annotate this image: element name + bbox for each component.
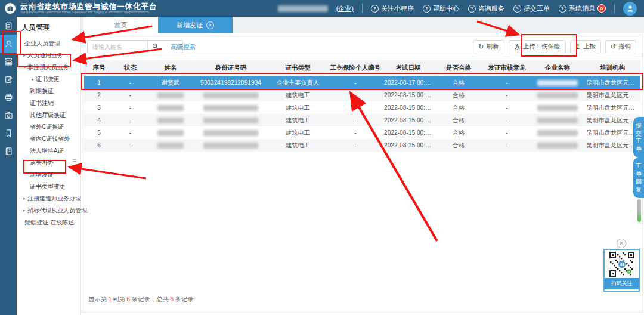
table-cell bbox=[147, 139, 194, 152]
redacted-value bbox=[157, 118, 184, 123]
sidebar-item[interactable]: 其他厅级换证 bbox=[17, 109, 80, 121]
table-cell bbox=[147, 101, 194, 114]
table-cell: 建筑电工 bbox=[267, 89, 329, 101]
sidebar-item[interactable]: 疑似挂证-在线陈述 bbox=[17, 217, 80, 228]
table-cell: - bbox=[483, 76, 531, 89]
icon-rail bbox=[0, 17, 17, 315]
table-cell: 昆明市盘龙区元齐职业... bbox=[584, 139, 640, 152]
sidebar-item[interactable]: ▸人员通用业务 bbox=[17, 50, 80, 61]
table-row[interactable]: 1-谢贤武530324198212091934企业主要负责人-2022-08-1… bbox=[84, 76, 640, 89]
sidebar-item[interactable]: ▸证书变更 bbox=[17, 73, 80, 85]
rail-item-camera[interactable] bbox=[0, 106, 17, 124]
table-row[interactable]: 5-建筑电工-2022-08-15 00:00:00合格-昆明市盘龙区元齐职业.… bbox=[84, 126, 640, 139]
table-cell bbox=[531, 114, 584, 126]
撤销-button[interactable]: ↺撤销 bbox=[605, 40, 636, 53]
pagination-total: 6 bbox=[170, 295, 174, 302]
table-cell bbox=[194, 114, 267, 126]
table-cell: 昆明市盘龙区元齐职业... bbox=[584, 89, 640, 101]
tab-label: 首页 bbox=[114, 21, 128, 30]
search-icon bbox=[152, 43, 159, 50]
table-cell: - bbox=[114, 76, 147, 89]
question-circle-icon: ? bbox=[423, 5, 431, 13]
header-menu-label: 提交工单 bbox=[524, 4, 550, 13]
rail-item-user[interactable] bbox=[0, 35, 17, 52]
refresh-icon: ↻ bbox=[478, 44, 484, 50]
table-cell: 5 bbox=[84, 126, 114, 139]
sidebar-item[interactable]: 证书类型变更 bbox=[17, 181, 80, 193]
sidebar-item[interactable]: 法人增持A证 bbox=[17, 145, 80, 157]
sidebar-item[interactable]: 省内C证转省外 bbox=[17, 133, 80, 145]
table-cell: - bbox=[483, 126, 531, 139]
上报-button[interactable]: ↥上报 bbox=[570, 40, 601, 53]
header-menu-item[interactable]: ?咨询服务 bbox=[468, 4, 504, 13]
table-cell: - bbox=[483, 114, 531, 126]
qr-close-icon[interactable]: ✕ bbox=[617, 239, 626, 248]
上传工伤保险-button[interactable]: 上传工伤保险 bbox=[509, 40, 566, 53]
org-type-link[interactable]: (企业) bbox=[336, 4, 354, 13]
qr-widget[interactable]: 扫码关注 bbox=[603, 249, 640, 292]
side-tab-char: 单 bbox=[636, 145, 642, 153]
rail-item-form[interactable] bbox=[0, 70, 17, 88]
side-tab-ticket-reply[interactable]: 工单回复 bbox=[633, 158, 644, 198]
sidebar-item[interactable]: 遗失补办 bbox=[17, 157, 80, 169]
rail-item-printer[interactable] bbox=[0, 88, 17, 106]
table-cell bbox=[147, 89, 194, 101]
table-cell: - bbox=[329, 101, 382, 114]
table-row[interactable]: 4-建筑电工-2022-08-15 00:00:00合格-昆明市盘龙区元齐职业.… bbox=[84, 114, 640, 126]
side-tab-submit-ticket[interactable]: 提交工单 bbox=[633, 117, 644, 158]
column-header: 是否合格 bbox=[434, 60, 483, 76]
sidebar-item[interactable]: 证书注销 bbox=[17, 97, 80, 109]
button-label: 上传工伤保险 bbox=[523, 42, 561, 51]
pagination-summary: 显示第1到第6条记录，总共6条记录 bbox=[88, 295, 194, 304]
table-row[interactable]: 6-建筑电工-2022-08-15 00:00:00合格-昆明市盘龙区元齐职业.… bbox=[84, 139, 640, 152]
advanced-search-link[interactable]: 高级搜索 bbox=[171, 43, 196, 51]
table-row[interactable]: 2-建筑电工-2022-08-15 00:00:00合格-昆明市盘龙区元齐职业.… bbox=[84, 89, 640, 101]
side-tab-char: 工 bbox=[636, 137, 642, 145]
table-cell: - bbox=[329, 89, 382, 101]
sidebar-item[interactable]: ▾非注册人员业务 bbox=[17, 61, 80, 73]
header-menu-label: 咨询服务 bbox=[478, 4, 504, 13]
table-body: 1-谢贤武530324198212091934企业主要负责人-2022-08-1… bbox=[84, 76, 640, 152]
search-input[interactable] bbox=[87, 40, 183, 53]
user-avatar[interactable] bbox=[623, 2, 637, 16]
header-menu-item[interactable]: ?系统消息0 bbox=[559, 4, 606, 13]
tab-首页[interactable]: 首页 bbox=[83, 17, 158, 33]
sidebar-item[interactable]: 到期换证 bbox=[17, 85, 80, 97]
search-button[interactable] bbox=[147, 41, 162, 51]
sidebar-collapse-handle[interactable]: ☰ bbox=[72, 159, 77, 165]
sidebar-item-label: 法人增持A证 bbox=[30, 147, 64, 155]
pagination-to: 6 bbox=[126, 295, 130, 302]
header-menu-item[interactable]: ✎提交工单 bbox=[513, 4, 550, 13]
rail-item-bookmark[interactable] bbox=[0, 124, 17, 142]
table-row[interactable]: 3-建筑电工-2022-08-15 00:00:00合格-昆明市盘龙区元齐职业.… bbox=[84, 101, 640, 114]
page-scrollbar-thumb[interactable] bbox=[637, 199, 641, 222]
sidebar-item-label: 证书注销 bbox=[30, 99, 54, 107]
rail-item-list[interactable] bbox=[0, 52, 17, 70]
sidebar-item[interactable]: 企业人员管理 bbox=[17, 38, 80, 50]
side-tab-char: 单 bbox=[636, 170, 642, 178]
side-tab-char: 回 bbox=[636, 178, 642, 186]
redacted-value bbox=[537, 105, 578, 111]
list-icon bbox=[4, 57, 13, 66]
header-menu-item[interactable]: ?关注小程序 bbox=[371, 4, 414, 13]
sidebar-item[interactable]: 新增发证 bbox=[17, 169, 80, 181]
table-cell: - bbox=[114, 126, 147, 139]
刷新-button[interactable]: ↻刷新 bbox=[473, 40, 504, 53]
column-header: 考试日期 bbox=[382, 60, 434, 76]
column-header: 工伤保险个人编号 bbox=[329, 60, 382, 76]
content-card: 高级搜索 ↻刷新上传工伤保险↥上报↺撤销 序号状态姓名身份证号码证书类型工伤保险… bbox=[82, 35, 643, 313]
sidebar-item[interactable]: 省外C证换证 bbox=[17, 121, 80, 133]
pencil-circle-icon: ✎ bbox=[513, 5, 521, 13]
person-icon bbox=[626, 4, 634, 13]
close-icon[interactable]: × bbox=[206, 21, 214, 29]
header-menu-item[interactable]: ?帮助中心 bbox=[423, 4, 459, 13]
tab-新增发证[interactable]: 新增发证× bbox=[158, 17, 233, 33]
sidebar-item[interactable]: ▸注册建造师业务办理 bbox=[17, 193, 80, 205]
rail-item-notebook[interactable] bbox=[0, 142, 17, 160]
sidebar-item-label: 省内C证转省外 bbox=[30, 135, 70, 143]
table-cell: 企业主要负责人 bbox=[267, 76, 329, 89]
table-cell: 合格 bbox=[434, 126, 483, 139]
rail-item-document[interactable] bbox=[0, 17, 17, 35]
table-cell: 昆明市盘龙区元齐职业... bbox=[584, 114, 640, 126]
sidebar-item[interactable]: ▸招标代理从业人员管理 bbox=[17, 205, 80, 217]
